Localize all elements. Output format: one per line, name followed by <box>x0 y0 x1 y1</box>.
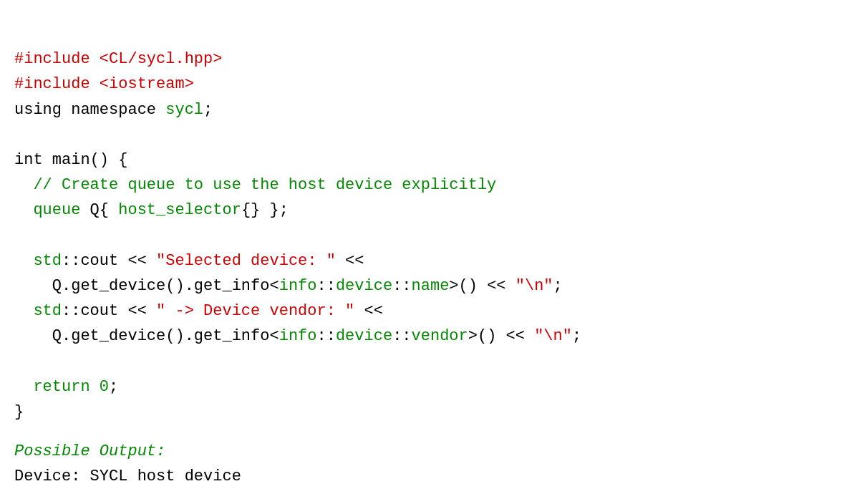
line-12: Q.get_device().get_info<info::device::ve… <box>14 327 581 345</box>
line-5: int main() { <box>14 151 127 169</box>
line-14: return 0; <box>14 378 118 396</box>
line-1: #include <CL/sycl.hpp> <box>14 50 222 68</box>
line-6: // Create queue to use the host device e… <box>14 176 496 194</box>
line-9: std::cout << "Selected device: " << <box>14 252 364 270</box>
line-15: } <box>14 403 24 421</box>
possible-output-section: Possible Output: Device: SYCL host devic… <box>14 439 848 489</box>
possible-output-label: Possible Output: <box>14 439 848 464</box>
line-3: using namespace sycl; <box>14 101 213 119</box>
code-container: #include <CL/sycl.hpp> #include <iostrea… <box>14 21 848 425</box>
line-11: std::cout << " -> Device vendor: " << <box>14 302 383 320</box>
output-line-1: Device: SYCL host device <box>14 464 848 489</box>
line-2: #include <iostream> <box>14 75 194 93</box>
line-10: Q.get_device().get_info<info::device::na… <box>14 277 563 295</box>
line-7: queue Q{ host_selector{} }; <box>14 201 289 219</box>
